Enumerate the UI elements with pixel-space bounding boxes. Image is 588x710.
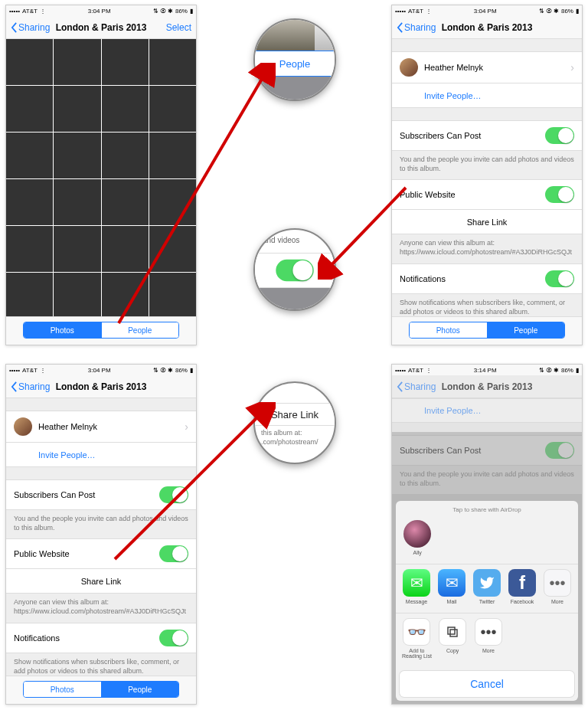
share-link[interactable]: Share Link	[392, 210, 582, 234]
settings-list: Heather Melnyk › Invite People… Subscrib…	[392, 39, 582, 345]
svg-rect-0	[450, 630, 457, 636]
back-button: Sharing	[397, 381, 436, 392]
phone-3-people: •••••AT&T⋮ 3:04 PM ⇅ ⦿ ✱86%▮ Sharing Lon…	[5, 364, 197, 705]
seg-photos[interactable]: Photos	[24, 322, 101, 338]
chevron-icon: ›	[570, 61, 574, 74]
phone-4-share: •••••AT&T⋮ 3:14 PM ⇅ ⦿ ✱86%▮ Sharing Lon…	[391, 364, 583, 705]
notifications[interactable]: Notifications	[392, 263, 582, 294]
status-bar: •••••AT&T⋮ 3:04 PM ⇅ ⦿ ✱86%▮	[6, 365, 196, 375]
magnifier-share-link: te Share Link this album at:.com/photost…	[253, 381, 336, 464]
share-sheet: Tap to share with AirDrop Ally ✉Message …	[396, 501, 578, 701]
toggle[interactable]	[545, 270, 574, 287]
segmented-control[interactable]: Photos People	[6, 676, 196, 704]
avatar	[400, 58, 418, 77]
nav-bar: Sharing London & Paris 2013 Select	[6, 16, 196, 39]
action-copy[interactable]: Copy	[436, 618, 469, 659]
user-row[interactable]: Heather Melnyk ›	[6, 411, 196, 443]
photo-grid[interactable]	[6, 39, 196, 319]
seg-people[interactable]: People	[487, 322, 565, 338]
share-link[interactable]: Share Link	[6, 569, 196, 594]
toggle[interactable]	[159, 545, 188, 562]
back-button[interactable]: Sharing	[397, 22, 436, 33]
nav-bar: Sharing London & Paris 2013	[392, 16, 582, 39]
airdrop-row: Ally	[396, 515, 578, 564]
cancel-button[interactable]: Cancel	[400, 671, 574, 697]
toggle[interactable]	[159, 486, 188, 503]
status-bar: •••••AT&T⋮ 3:14 PM ⇅ ⦿ ✱86%▮	[392, 365, 582, 375]
nav-bar: Sharing London & Paris 2013	[392, 375, 582, 398]
invite-people[interactable]: Invite People…	[392, 83, 582, 108]
share-actions-row: 👓Add to Reading List Copy •••More	[396, 613, 578, 667]
status-bar: •••••AT&T⋮ 3:04 PM ⇅ ⦿ ✱86%▮	[6, 5, 196, 16]
share-twitter[interactable]: Twitter	[471, 569, 503, 605]
notifications[interactable]: Notifications	[6, 623, 196, 653]
phone-2-people: •••••AT&T⋮ 3:04 PM ⇅ ⦿ ✱86%▮ Sharing Lon…	[391, 5, 583, 345]
share-message[interactable]: ✉Message	[400, 569, 433, 605]
invite-people[interactable]: Invite People…	[6, 443, 196, 467]
share-facebook[interactable]: fFacebook	[506, 569, 538, 605]
share-mail[interactable]: ✉Mail	[436, 569, 468, 605]
sub-footer: You and the people you invite can add ph…	[6, 510, 196, 538]
back-button[interactable]: Sharing	[11, 381, 50, 392]
magnifier-people-tab: People	[253, 18, 336, 101]
user-row[interactable]: Heather Melnyk ›	[392, 51, 582, 83]
share-more[interactable]: •••More	[541, 569, 573, 605]
airdrop-contact[interactable]: Ally	[400, 520, 434, 556]
back-button[interactable]: Sharing	[11, 22, 50, 33]
segmented-control[interactable]: Photos People	[6, 316, 196, 345]
subscribers-can-post[interactable]: Subscribers Can Post	[6, 479, 196, 510]
segmented-control[interactable]: Photos People	[392, 316, 582, 345]
dimmed-settings: Invite People… Subscribers Can Post You …	[392, 398, 582, 705]
action-readinglist[interactable]: 👓Add to Reading List	[400, 618, 433, 659]
toggle[interactable]	[545, 127, 574, 144]
action-more[interactable]: •••More	[472, 618, 505, 659]
share-footer: Anyone can view this album at: https://w…	[392, 234, 582, 263]
nav-bar: Sharing London & Paris 2013	[6, 375, 196, 398]
seg-people[interactable]: People	[101, 682, 179, 697]
share-footer: Anyone can view this album at: https://w…	[6, 594, 196, 622]
airdrop-title: Tap to share with AirDrop	[396, 504, 578, 515]
avatar	[14, 417, 32, 436]
share-apps-row: ✉Message ✉Mail Twitter fFacebook •••More	[396, 564, 578, 613]
seg-photos[interactable]: Photos	[24, 682, 101, 697]
public-website[interactable]: Public Website	[392, 179, 582, 210]
sub-footer: You and the people you invite can add ph…	[392, 151, 582, 179]
chevron-icon: ›	[185, 420, 188, 433]
public-website[interactable]: Public Website	[6, 538, 196, 569]
svg-rect-1	[448, 627, 455, 634]
seg-people[interactable]: People	[101, 322, 179, 338]
toggle[interactable]	[159, 630, 188, 646]
toggle[interactable]	[545, 186, 574, 203]
status-bar: •••••AT&T⋮ 3:04 PM ⇅ ⦿ ✱86%▮	[392, 5, 582, 16]
phone-1-photos: •••••AT&T⋮ 3:04 PM ⇅ ⦿ ✱86%▮ Sharing Lon…	[5, 5, 197, 345]
select-button[interactable]: Select	[166, 22, 191, 33]
subscribers-can-post[interactable]: Subscribers Can Post	[392, 120, 582, 151]
seg-photos[interactable]: Photos	[410, 322, 487, 338]
settings-list: Heather Melnyk › Invite People… Subscrib…	[6, 398, 196, 705]
invite-people: Invite People…	[392, 398, 582, 423]
magnifier-toggle: and videos	[253, 228, 336, 311]
